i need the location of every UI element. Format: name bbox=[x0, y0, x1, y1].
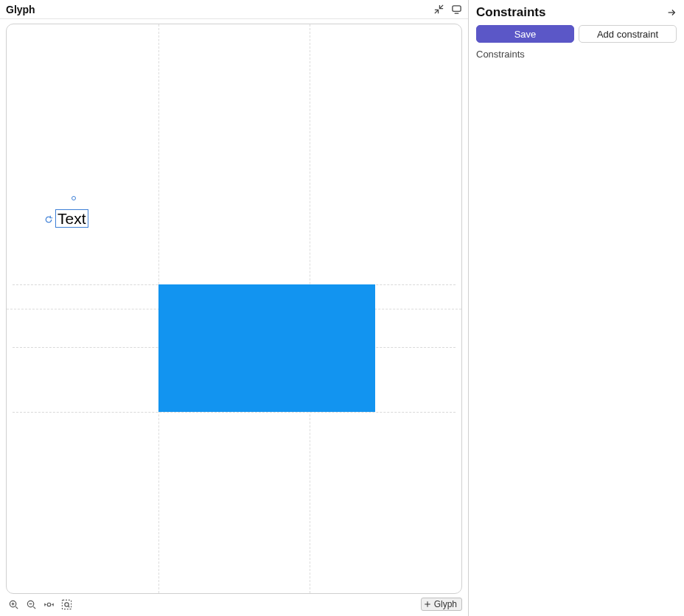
zoom-selection-icon[interactable] bbox=[59, 597, 74, 612]
pivot-handle[interactable] bbox=[71, 196, 76, 200]
constraints-panel: Constraints Save Add constraint Constrai… bbox=[469, 0, 684, 616]
zoom-fit-icon[interactable] bbox=[41, 597, 56, 612]
main-panel: Glyph bbox=[0, 0, 469, 616]
zoom-in-icon[interactable] bbox=[6, 597, 21, 612]
constraints-list-heading: Constraints bbox=[469, 47, 684, 61]
add-glyph-chip-label: Glyph bbox=[434, 599, 457, 609]
svg-rect-0 bbox=[452, 6, 460, 12]
main-header: Glyph bbox=[0, 0, 468, 19]
constraints-title: Constraints bbox=[476, 5, 545, 20]
constraints-button-row: Save Add constraint bbox=[469, 25, 684, 47]
add-glyph-chip[interactable]: Glyph bbox=[421, 598, 462, 611]
svg-point-3 bbox=[47, 603, 51, 606]
save-button[interactable]: Save bbox=[476, 25, 574, 43]
rectangle-mark[interactable] bbox=[158, 284, 375, 412]
preview-icon[interactable] bbox=[449, 2, 464, 17]
collapse-icon[interactable] bbox=[431, 2, 446, 17]
svg-point-5 bbox=[64, 602, 68, 606]
app-root: Glyph bbox=[0, 0, 684, 616]
guide-line-bottom[interactable] bbox=[13, 412, 456, 413]
svg-rect-4 bbox=[62, 600, 71, 609]
text-mark[interactable]: Text bbox=[55, 209, 88, 228]
constraints-header: Constraints bbox=[469, 0, 684, 25]
zoom-out-icon[interactable] bbox=[24, 597, 38, 612]
canvas[interactable]: Text bbox=[6, 24, 462, 594]
canvas-footer: Glyph bbox=[0, 595, 468, 616]
add-constraint-button[interactable]: Add constraint bbox=[579, 25, 677, 43]
rotate-handle-icon[interactable] bbox=[43, 214, 54, 225]
main-title: Glyph bbox=[6, 4, 35, 15]
collapse-panel-icon[interactable] bbox=[665, 6, 678, 19]
plus-icon bbox=[423, 600, 432, 609]
